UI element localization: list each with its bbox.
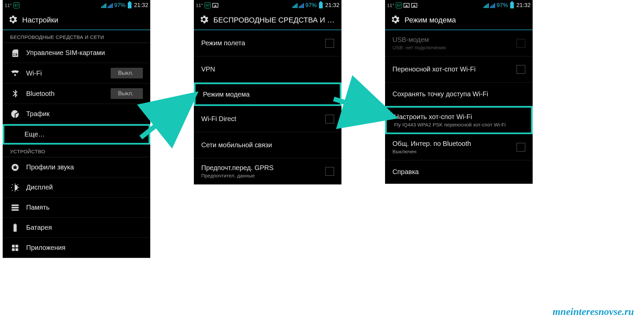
battery-percent: 97%	[305, 2, 317, 9]
signal-1-icon	[484, 3, 489, 8]
row-vpn[interactable]: VPN	[194, 56, 341, 83]
page-title: БЕСПРОВОДНЫЕ СРЕДСТВА И СЕ…	[213, 16, 337, 24]
row-label: Режим полета	[201, 39, 319, 47]
row-label: Батарея	[26, 224, 143, 231]
temperature-indicator: 11°	[5, 3, 12, 8]
temperature-indicator: 11°	[387, 3, 394, 8]
row-airplane-mode[interactable]: Режим полета	[194, 30, 341, 56]
row-wifi-direct[interactable]: Wi-Fi Direct	[194, 106, 341, 132]
clock: 21:32	[516, 2, 531, 9]
bluetooth-toggle[interactable]: Выкл.	[111, 88, 143, 99]
row-sublabel: Выключен	[392, 149, 511, 154]
status-bar: 11° 97 97% 21:32	[194, 0, 341, 11]
clock: 21:32	[134, 2, 148, 9]
row-sublabel: USB: нет подключения	[392, 45, 511, 50]
row-apps[interactable]: Приложения	[3, 238, 150, 258]
wifi-toggle[interactable]: Выкл.	[111, 68, 143, 78]
row-usb-modem: USB-модем USB: нет подключения	[385, 30, 533, 56]
row-label: Еще…	[24, 130, 141, 138]
status-badge-icon: 97	[13, 2, 19, 8]
row-keep-hotspot[interactable]: Сохранять точку доступа Wi-Fi	[385, 83, 533, 106]
section-header-device: УСТРОЙСТВО	[3, 145, 150, 157]
status-badge-icon: 97	[205, 2, 211, 8]
row-label: Трафик	[26, 110, 143, 118]
hotspot-checkbox[interactable]	[517, 65, 525, 74]
row-tethering-highlighted[interactable]: Режим модема	[194, 83, 341, 106]
screenshot-icon	[212, 3, 218, 8]
row-help[interactable]: Справка	[385, 160, 533, 184]
sound-icon	[10, 163, 20, 172]
screenshot-icon	[411, 3, 417, 8]
row-label: Управление SIM-картами	[26, 49, 143, 57]
row-sublabel: Предпочтител. данные	[201, 173, 319, 178]
wifi-icon	[10, 68, 20, 78]
row-label: Wi-Fi Direct	[201, 115, 319, 123]
storage-icon	[10, 203, 20, 212]
watermark-text: mneinteresnovse.ru	[552, 306, 634, 317]
row-label: Настроить хот-спот Wi-Fi	[394, 113, 524, 121]
bt-share-checkbox[interactable]	[517, 143, 525, 152]
phone-screenshot-3: 11° 97 97% 21:32 Режим модема USB-модем	[385, 0, 533, 184]
row-sublabel: Fly IQ443 WPA2 PSK переносной хот-спот W…	[394, 122, 524, 127]
status-badge-icon: 97	[396, 2, 402, 8]
row-traffic[interactable]: Трафик	[3, 104, 150, 124]
wifi-direct-checkbox[interactable]	[325, 115, 334, 123]
signal-1-icon	[292, 3, 298, 8]
row-sound-profiles[interactable]: Профили звука	[3, 157, 150, 177]
row-label: Общ. Интер. по Bluetooth	[392, 140, 511, 148]
battery-icon	[510, 2, 514, 8]
row-gprs-pref[interactable]: Предпочт.перед. GPRS Предпочтител. данны…	[194, 158, 341, 184]
row-label: Bluetooth	[26, 90, 105, 98]
settings-gear-icon	[390, 14, 400, 26]
gprs-checkbox[interactable]	[325, 167, 334, 176]
battery-icon	[128, 2, 131, 8]
clock: 21:32	[325, 2, 339, 9]
row-label: USB-модем	[392, 36, 511, 44]
row-sim-management[interactable]: Управление SIM-картами	[3, 43, 150, 63]
phone-screenshot-1: 11° 97 97% 21:32 Настройки БЕСПРОВОДНЫЕ …	[3, 0, 150, 258]
usb-checkbox	[517, 39, 525, 48]
battery-percent: 97%	[114, 2, 125, 9]
section-header-wireless: БЕСПРОВОДНЫЕ СРЕДСТВА И СЕТИ	[3, 30, 150, 43]
row-label: Память	[26, 204, 143, 211]
signal-2-icon	[108, 3, 113, 8]
settings-gear-icon	[199, 14, 209, 26]
screenshot-icon	[404, 3, 410, 8]
status-bar: 11° 97 97% 21:32	[385, 0, 533, 11]
row-more-highlighted[interactable]: Еще…	[3, 124, 150, 145]
row-label: Справка	[392, 168, 525, 176]
row-wifi[interactable]: Wi-Fi Выкл.	[3, 63, 150, 84]
signal-2-icon	[299, 3, 304, 8]
page-title: Режим модема	[405, 16, 456, 24]
page-title: Настройки	[22, 16, 58, 24]
title-bar: Режим модема	[385, 11, 533, 30]
battery-icon	[319, 2, 323, 8]
row-label: Сети мобильной связи	[201, 141, 334, 149]
apps-icon	[10, 243, 20, 253]
row-label: Wi-Fi	[26, 69, 105, 77]
data-usage-icon	[10, 109, 20, 119]
row-label: Приложения	[26, 244, 143, 252]
battery-percent: 97%	[496, 2, 508, 9]
sim-icon	[10, 48, 20, 58]
display-icon	[10, 183, 20, 192]
title-bar: БЕСПРОВОДНЫЕ СРЕДСТВА И СЕ…	[194, 11, 341, 30]
row-memory[interactable]: Память	[3, 198, 150, 218]
row-mobile-networks[interactable]: Сети мобильной связи	[194, 132, 341, 158]
title-bar: Настройки	[3, 11, 150, 30]
row-label: Профили звука	[26, 163, 143, 171]
row-label: Сохранять точку доступа Wi-Fi	[392, 90, 525, 98]
row-display[interactable]: Дисплей	[3, 177, 150, 198]
row-label: VPN	[201, 65, 334, 73]
row-bluetooth[interactable]: Bluetooth Выкл.	[3, 84, 150, 104]
status-bar: 11° 97 97% 21:32	[3, 0, 150, 11]
bluetooth-icon	[10, 89, 20, 98]
row-label: Предпочт.перед. GPRS	[201, 164, 319, 172]
row-portable-hotspot[interactable]: Переносной хот-спот Wi-Fi	[385, 56, 533, 83]
signal-2-icon	[490, 3, 495, 8]
airplane-checkbox[interactable]	[325, 39, 334, 48]
row-setup-hotspot-highlighted[interactable]: Настроить хот-спот Wi-Fi Fly IQ443 WPA2 …	[385, 106, 533, 134]
battery-menu-icon	[10, 223, 20, 232]
row-battery[interactable]: Батарея	[3, 218, 150, 238]
row-bluetooth-share[interactable]: Общ. Интер. по Bluetooth Выключен	[385, 134, 533, 160]
